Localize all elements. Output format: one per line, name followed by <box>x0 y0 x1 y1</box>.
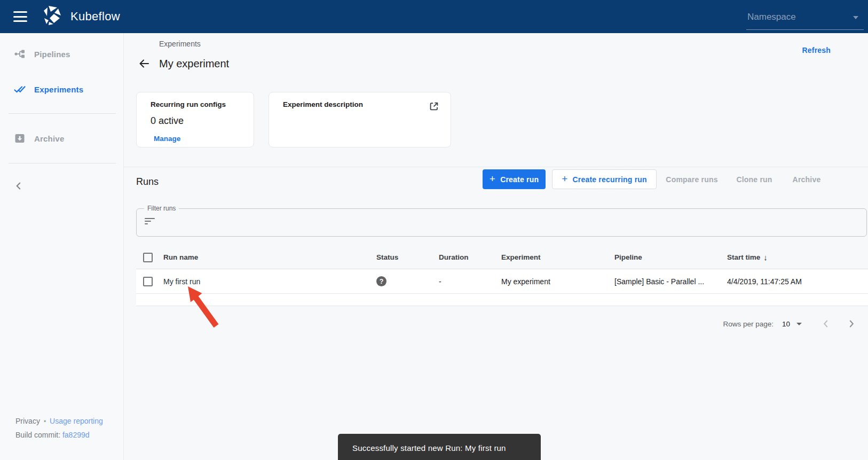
kubeflow-logo-icon <box>42 5 63 28</box>
kubeflow-app: Kubeflow Namespace Pipelines <box>0 0 868 460</box>
filter-runs-label: Filter runs <box>144 205 179 212</box>
back-arrow-icon[interactable] <box>136 56 152 72</box>
snackbar: Successfully started new Run: My first r… <box>338 434 541 460</box>
compare-runs-button[interactable]: Compare runs <box>660 169 724 189</box>
privacy-link[interactable]: Privacy <box>15 417 40 425</box>
recurring-run-configs-card: Recurring run configs 0 active Manage <box>136 92 254 147</box>
row-checkbox[interactable] <box>143 277 153 286</box>
archive-runs-button[interactable]: Archive <box>784 169 830 189</box>
status-unknown-icon[interactable]: ? <box>376 276 386 286</box>
sort-descending-icon: ↓ <box>763 253 768 262</box>
description-card-title: Experiment description <box>283 100 363 147</box>
table-empty-strip <box>136 294 868 306</box>
runs-section-title: Runs <box>136 176 159 188</box>
plus-icon: + <box>490 173 495 185</box>
rows-per-page-caret-icon <box>796 323 802 325</box>
kubeflow-brand[interactable]: Kubeflow <box>42 5 120 28</box>
sidebar-footer: Privacy•Usage reporting Build commit: fa… <box>15 415 103 442</box>
column-header-pipeline: Pipeline <box>614 253 727 261</box>
rows-per-page-label: Rows per page: <box>723 320 774 328</box>
create-run-button[interactable]: + Create run <box>483 169 546 189</box>
archive-icon <box>13 132 26 145</box>
sidebar-divider <box>9 113 116 114</box>
build-commit-link[interactable]: fa8299d <box>62 431 90 439</box>
run-start-time: 4/4/2019, 11:47:25 AM <box>727 277 868 286</box>
table-row: My first run ? - My experiment [Sample] … <box>136 269 868 294</box>
table-header-row: Run name Status Duration Experiment Pipe… <box>136 246 868 269</box>
main-content: Experiments My experiment Refresh Recurr… <box>124 33 868 460</box>
next-page-icon[interactable] <box>845 317 858 331</box>
sidebar-item-label: Archive <box>34 134 64 143</box>
run-pipeline: [Sample] Basic - Parallel ... <box>614 277 727 286</box>
column-header-start-time[interactable]: Start time ↓ <box>727 253 768 262</box>
namespace-label: Namespace <box>747 12 796 22</box>
run-duration: - <box>439 277 501 286</box>
topbar: Kubeflow Namespace <box>0 0 868 33</box>
run-experiment: My experiment <box>501 277 614 286</box>
filter-runs-input[interactable]: Filter runs <box>136 208 867 237</box>
namespace-selector[interactable]: Namespace <box>746 9 864 30</box>
filter-icon <box>145 218 155 225</box>
plus-icon: + <box>562 173 567 185</box>
experiments-icon <box>13 83 26 96</box>
clone-run-button[interactable]: Clone run <box>730 169 778 189</box>
refresh-button[interactable]: Refresh <box>802 46 831 54</box>
pipelines-icon <box>13 48 26 60</box>
section-divider <box>124 167 868 167</box>
footer-bullet: • <box>44 418 46 425</box>
page-title: My experiment <box>159 58 229 70</box>
recurring-card-title: Recurring run configs <box>151 100 254 108</box>
breadcrumb[interactable]: Experiments <box>159 40 201 48</box>
sidebar-item-label: Pipelines <box>34 50 70 59</box>
build-commit-label: Build commit: <box>15 431 60 439</box>
brand-name: Kubeflow <box>70 10 120 24</box>
sidebar-collapse-chevron-icon[interactable] <box>12 179 26 193</box>
sidebar-item-pipelines[interactable]: Pipelines <box>0 41 123 67</box>
page-header: My experiment <box>136 56 229 72</box>
manage-link[interactable]: Manage <box>154 135 180 143</box>
recurring-active-count: 0 active <box>151 115 254 127</box>
previous-page-icon[interactable] <box>819 317 833 331</box>
column-header-status: Status <box>376 253 439 261</box>
sidebar-divider <box>9 163 116 163</box>
pagination: Rows per page: 10 <box>723 312 868 336</box>
open-in-new-icon[interactable] <box>428 100 440 112</box>
runs-table: Run name Status Duration Experiment Pipe… <box>136 246 868 306</box>
column-header-experiment: Experiment <box>501 253 614 261</box>
hamburger-menu-icon[interactable] <box>13 11 27 22</box>
create-recurring-run-button[interactable]: + Create recurring run <box>552 169 657 189</box>
sidebar-item-label: Experiments <box>34 85 83 94</box>
sidebar-item-experiments[interactable]: Experiments <box>0 76 123 103</box>
sidebar: Pipelines Experiments Archive <box>0 33 124 460</box>
sidebar-item-archive[interactable]: Archive <box>0 125 123 152</box>
column-header-run-name[interactable]: Run name <box>163 253 376 261</box>
select-all-checkbox[interactable] <box>143 253 153 262</box>
snackbar-message: Successfully started new Run: My first r… <box>352 443 506 453</box>
experiment-description-card: Experiment description <box>269 92 451 147</box>
column-header-duration: Duration <box>439 253 501 261</box>
summary-cards: Recurring run configs 0 active Manage Ex… <box>136 92 451 147</box>
rows-per-page-select[interactable]: 10 <box>782 320 802 328</box>
run-name-link[interactable]: My first run <box>163 277 376 286</box>
usage-reporting-link[interactable]: Usage reporting <box>50 417 103 425</box>
namespace-caret-icon <box>853 16 858 19</box>
